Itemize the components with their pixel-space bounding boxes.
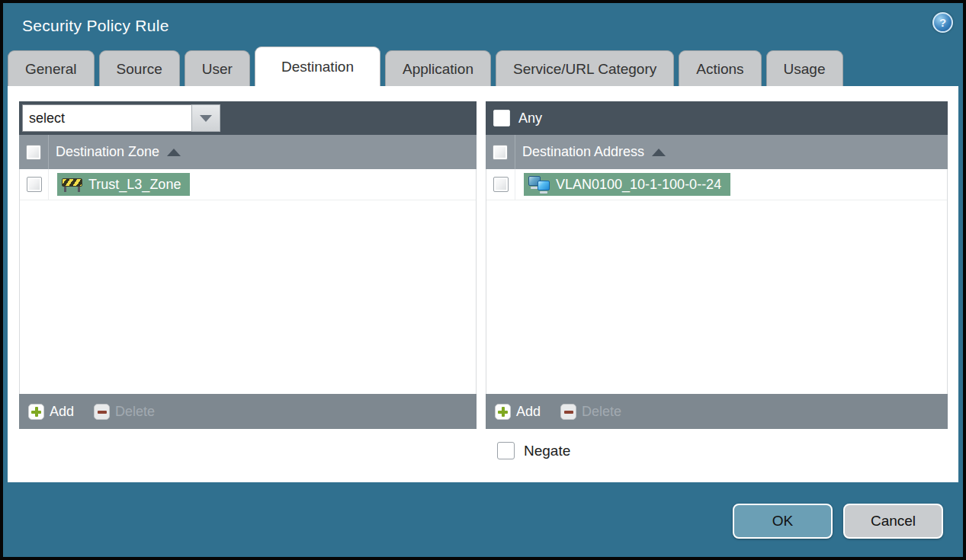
zone-barrier-icon [62,177,82,192]
delete-minus-icon [94,404,110,420]
cancel-button[interactable]: Cancel [843,504,943,539]
zone-panel-footer: Add Delete [19,394,477,429]
zone-add-label: Add [50,404,74,420]
sort-ascending-icon[interactable] [652,149,666,156]
zone-add-button[interactable]: Add [28,404,74,420]
tab-user[interactable]: User [185,50,250,86]
zone-select-dropdown-button[interactable] [191,104,220,132]
titlebar: Security Policy Rule ? [3,3,963,49]
zone-select-input[interactable] [22,104,191,132]
table-row[interactable]: Trust_L3_Zone [20,169,476,200]
tab-usage[interactable]: Usage [766,50,843,86]
negate-checkbox[interactable] [497,442,515,459]
tab-actions[interactable]: Actions [679,50,761,86]
address-select-all-checkbox[interactable] [493,145,508,160]
ok-button[interactable]: OK [733,504,833,539]
zone-header-checkbox-cell [19,135,49,169]
zone-panel-toolbar [19,101,477,135]
any-label: Any [518,110,542,126]
tab-source[interactable]: Source [99,50,180,86]
tab-general[interactable]: General [8,50,95,86]
tab-service-url-category[interactable]: Service/URL Category [496,50,674,86]
chevron-down-icon [200,115,212,122]
zone-value-label: Trust_L3_Zone [88,177,181,193]
zone-delete-button[interactable]: Delete [94,404,155,420]
help-glyph: ? [939,16,946,29]
sort-ascending-icon[interactable] [167,149,181,156]
dialog-title: Security Policy Rule [22,17,169,35]
address-table-body: VLAN0100_10-1-100-0--24 [486,169,948,394]
tab-destination[interactable]: Destination [255,46,380,86]
tab-bar: General Source User Destination Applicat… [3,49,963,86]
delete-minus-icon [560,404,576,420]
table-row[interactable]: VLAN0100_10-1-100-0--24 [486,169,947,200]
address-add-button[interactable]: Add [495,404,541,420]
address-panel-toolbar: Any [486,101,948,135]
address-column-header[interactable]: Destination Address [522,144,644,160]
destination-address-panel: Any Destination Address [486,101,948,429]
network-computers-icon [528,176,550,194]
zone-delete-label: Delete [115,404,155,420]
address-row-checkbox-cell [486,169,515,200]
zone-column-header[interactable]: Destination Zone [56,144,159,160]
zone-table-body: Trust_L3_Zone [19,169,477,394]
address-value-chip[interactable]: VLAN0100_10-1-100-0--24 [524,173,730,196]
add-plus-icon [495,404,511,420]
address-panel-footer: Add Delete [486,394,948,429]
negate-label: Negate [524,443,570,459]
address-value-label: VLAN0100_10-1-100-0--24 [556,177,721,193]
tab-application[interactable]: Application [385,50,491,86]
dialog-footer: OK Cancel [3,482,963,539]
address-add-label: Add [516,404,541,420]
zone-select-combobox [22,104,220,132]
any-checkbox[interactable] [493,110,510,126]
address-table-header: Destination Address [486,135,948,169]
destination-tab-content: Destination Zone Trust_L3_Zone [8,86,958,482]
zone-row-checkbox-cell [20,169,49,200]
zone-value-chip[interactable]: Trust_L3_Zone [57,173,190,196]
zone-row-checkbox[interactable] [27,177,42,192]
address-header-checkbox-cell [486,135,515,169]
zone-table-header: Destination Zone [19,135,477,169]
address-row-checkbox[interactable] [493,177,509,192]
negate-row: Negate [497,442,958,459]
security-policy-rule-dialog: Security Policy Rule ? General Source Us… [0,0,966,560]
address-delete-button[interactable]: Delete [560,404,621,420]
add-plus-icon [28,404,44,420]
zone-select-all-checkbox[interactable] [26,145,41,160]
help-icon[interactable]: ? [932,12,953,33]
destination-zone-panel: Destination Zone Trust_L3_Zone [19,101,477,429]
address-delete-label: Delete [582,404,621,420]
